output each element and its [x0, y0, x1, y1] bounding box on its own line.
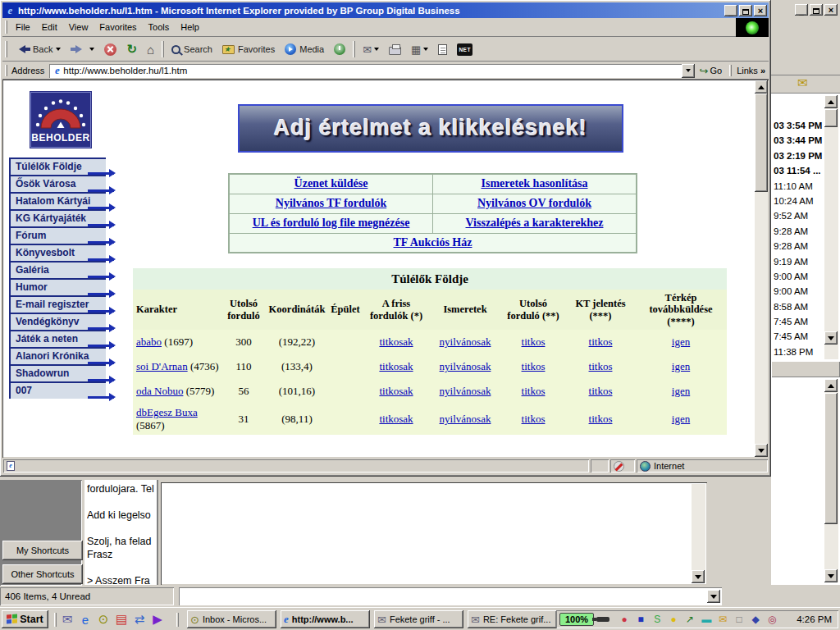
link-tf-aukcios-haz[interactable]: TF Aukciós Ház	[394, 236, 472, 249]
character-link[interactable]: soi D'Arnan	[136, 360, 188, 372]
mail-button[interactable]: ✉	[358, 41, 383, 58]
scrollbar-thumb[interactable]	[755, 94, 768, 192]
message-received-time[interactable]: 03 3:54 PM	[771, 118, 824, 133]
my-shortcuts-button[interactable]: My Shortcuts	[2, 541, 83, 560]
sidebar-item[interactable]: Humor	[9, 278, 106, 295]
ie-titlebar[interactable]: e http://www.beholder.hu/l1.htm - Micros…	[2, 2, 769, 18]
fresh-turns-link[interactable]: titkosak	[379, 413, 413, 425]
scroll-up-button[interactable]	[824, 95, 838, 108]
updater-icon[interactable]: ↗	[683, 613, 697, 627]
kt-report-link[interactable]: titkos	[589, 385, 613, 397]
toolbar-grip[interactable]	[5, 65, 7, 76]
compose-mail-icon[interactable]: ✉	[59, 611, 75, 628]
sidebar-item[interactable]: 007	[9, 381, 106, 399]
back-button[interactable]: Back	[11, 42, 65, 57]
scroll-up-button[interactable]	[755, 80, 768, 94]
battery-indicator[interactable]: 100%	[559, 613, 594, 626]
message-received-time[interactable]: 03 2:19 PM	[771, 148, 824, 163]
sidebar-item[interactable]: Fórum	[9, 226, 106, 244]
outlook-preview-pane[interactable]	[771, 377, 840, 585]
pane-scrollbar[interactable]	[692, 484, 705, 583]
knowledge-link[interactable]: nyilvánosak	[440, 385, 491, 397]
last-turn-link[interactable]: titkos	[522, 360, 546, 372]
message-received-time[interactable]: 7:45 AM	[771, 314, 824, 329]
message-received-time[interactable]: 9:28 AM	[771, 239, 824, 253]
map-forward-link[interactable]: igen	[672, 413, 690, 425]
floppy-icon[interactable]: ▤	[113, 611, 130, 628]
antivirus-icon[interactable]: ◆	[749, 613, 763, 627]
internet-explorer-icon[interactable]: e	[77, 611, 94, 628]
message-received-time[interactable]: 9:19 AM	[771, 254, 824, 269]
link-ismeretek-hasonlitasa[interactable]: Ismeretek hasonlítása	[481, 177, 587, 189]
map-forward-link[interactable]: igen	[672, 336, 690, 348]
link-nyilvanos-ov-fordulok[interactable]: Nyilvános OV fordulók	[477, 197, 591, 209]
map-forward-link[interactable]: igen	[672, 360, 690, 372]
search-button[interactable]: Search	[167, 42, 217, 57]
edit-button[interactable]: ▦	[407, 41, 432, 58]
menu-item[interactable]: File	[10, 20, 36, 34]
sidebar-item[interactable]: Ősök Városa	[9, 175, 106, 192]
outlook-message-list[interactable]: 03 3:54 PM 03 3:44 PM 03 2:19 PM 03 11:5…	[771, 93, 840, 361]
messenger-icon[interactable]: ●	[667, 613, 681, 627]
link-ul-log-file[interactable]: UL és forduló log file megnézése	[253, 217, 410, 229]
preview-scrollbar[interactable]	[824, 379, 838, 582]
task-button[interactable]: ✉ RE: Fekete grif...	[468, 610, 557, 628]
history-button[interactable]	[330, 41, 349, 57]
other-shortcuts-button[interactable]: Other Shortcuts	[2, 564, 83, 584]
taskbar-clock[interactable]: 4:26 PM	[797, 614, 835, 624]
knowledge-link[interactable]: nyilvánosak	[440, 336, 491, 348]
sidebar-item[interactable]: Hatalom Kártyái	[9, 192, 106, 209]
scroll-down-button[interactable]	[824, 569, 838, 582]
message-received-time[interactable]: 9:52 AM	[771, 208, 824, 223]
home-button[interactable]: ⌂	[143, 40, 158, 59]
minimize-button[interactable]: _	[724, 5, 737, 16]
scrollbar-thumb[interactable]	[824, 109, 838, 127]
scroll-down-button[interactable]	[755, 444, 768, 457]
character-link[interactable]: ababo	[136, 336, 162, 348]
toolbar-grip[interactable]	[5, 21, 7, 33]
sidebar-item[interactable]: Vendégkönyv	[9, 313, 106, 330]
task-button[interactable]: e http://www.b...	[281, 610, 370, 628]
message-received-time[interactable]: 03 11:54 ...	[771, 163, 824, 178]
kt-report-link[interactable]: titkos	[589, 413, 613, 425]
minimize-button[interactable]: _	[795, 4, 808, 16]
message-received-time[interactable]: 9:00 AM	[771, 269, 824, 284]
fresh-turns-link[interactable]: titkosak	[379, 385, 413, 397]
sidebar-item[interactable]: Galéria	[9, 261, 106, 278]
network-cable-icon[interactable]: S	[651, 613, 664, 627]
link-nyilvanos-tf-fordulok[interactable]: Nyilvános TF fordulók	[276, 197, 386, 209]
message-received-time[interactable]: 9:28 AM	[771, 224, 824, 239]
babylon-icon[interactable]: ■	[634, 613, 648, 627]
task-button[interactable]: ⊙ Inbox - Micros...	[187, 610, 276, 628]
link-uzenet-kuldese[interactable]: Üzenet küldése	[294, 177, 368, 189]
magnifier-icon[interactable]: ◎	[765, 613, 779, 627]
menu-item[interactable]: View	[63, 20, 94, 34]
folder-sync-icon[interactable]: ⇄	[131, 611, 148, 628]
last-turn-link[interactable]: titkos	[522, 385, 546, 397]
scroll-down-button[interactable]	[692, 570, 705, 583]
favorites-button[interactable]: ★Favorites	[218, 42, 279, 57]
kt-report-link[interactable]: titkos	[589, 336, 613, 348]
menu-item[interactable]: Edit	[36, 20, 63, 34]
maximize-button[interactable]	[739, 5, 752, 16]
sidebar-item[interactable]: Shadowrun	[9, 364, 106, 381]
knowledge-link[interactable]: nyilvánosak	[440, 413, 491, 425]
beholder-logo[interactable]: BEHOLDER	[30, 91, 92, 148]
go-button[interactable]: ↪Go	[695, 63, 728, 79]
media-player-icon[interactable]: ▶	[149, 611, 166, 628]
message-received-time[interactable]: 7:45 AM	[771, 329, 824, 344]
display-icon[interactable]: ▬	[700, 613, 714, 627]
sidebar-item[interactable]: KG Kártyajáték	[9, 209, 106, 226]
knowledge-link[interactable]: nyilvánosak	[440, 360, 491, 372]
scroll-down-button[interactable]	[707, 590, 720, 603]
start-button[interactable]: Start	[2, 610, 48, 628]
media-button[interactable]: Media	[281, 41, 328, 57]
link-visszalepes[interactable]: Visszalépés a karakterekhez	[466, 217, 604, 229]
kt-report-link[interactable]: titkos	[589, 360, 613, 372]
restore-button[interactable]	[810, 4, 823, 16]
message-received-time[interactable]: 8:58 AM	[771, 299, 824, 314]
links-chevron-icon[interactable]: »	[760, 66, 769, 75]
message-text-pane[interactable]: fordulojara. TelAdd ki legelsoSzolj, ha …	[84, 480, 158, 585]
sidebar-item[interactable]: Könyvesbolt	[9, 244, 106, 261]
message-received-time[interactable]: 03 3:44 PM	[771, 133, 824, 148]
